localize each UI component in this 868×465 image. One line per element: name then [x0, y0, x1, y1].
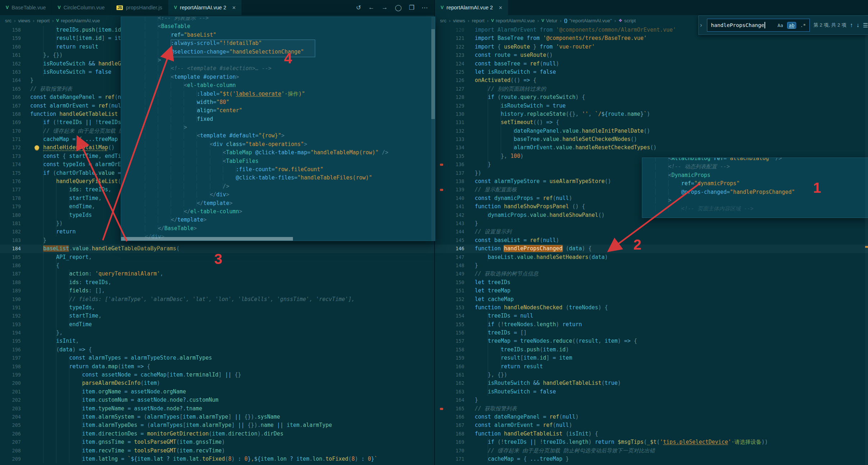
history-icon[interactable]: ↺ — [356, 4, 361, 12]
line-number[interactable]: 166 — [0, 93, 30, 101]
line-number[interactable]: 123 — [435, 51, 475, 59]
line-number[interactable]: 171 — [435, 455, 475, 463]
line-number[interactable]: 167 — [0, 102, 30, 110]
nav-back-icon[interactable]: ← — [368, 4, 375, 11]
scrollbar[interactable] — [865, 15, 868, 465]
breadcrumb-item-report[interactable]: report — [37, 18, 50, 23]
more-actions-icon[interactable]: ⋯ — [422, 4, 428, 12]
line-number[interactable]: 169 — [435, 438, 475, 446]
code-editor-right[interactable]: 120import AlarmOrEvent from '@components… — [435, 26, 868, 463]
line-number[interactable]: 124 — [435, 60, 475, 68]
line-number[interactable]: 132 — [435, 127, 475, 135]
regex-toggle[interactable]: .* — [799, 22, 807, 28]
line-number[interactable]: 127 — [435, 85, 475, 93]
line-number[interactable]: 174 — [0, 160, 30, 169]
line-number[interactable]: 184 — [0, 245, 30, 253]
breadcrumb-item-script[interactable]: ❖ script — [619, 18, 636, 23]
line-number[interactable]: 160 — [0, 43, 30, 51]
breadcrumb-item-report[interactable]: report — [472, 18, 484, 23]
line-number[interactable]: 167 — [435, 421, 475, 429]
gutter-marker[interactable] — [440, 189, 443, 191]
line-number[interactable]: 133 — [435, 135, 475, 143]
line-number[interactable]: 168 — [435, 430, 475, 438]
line-number[interactable]: 202 — [0, 396, 30, 404]
gutter-marker[interactable] — [440, 164, 443, 166]
line-number[interactable]: 165 — [0, 85, 30, 93]
line-number[interactable]: 186 — [0, 261, 30, 270]
line-number[interactable]: 208 — [0, 447, 30, 455]
line-number[interactable]: 130 — [435, 110, 475, 118]
tab-basetable-vue[interactable]: V BaseTable.vue — [0, 0, 52, 15]
line-number[interactable]: 126 — [435, 76, 475, 85]
line-number[interactable]: 170 — [0, 127, 30, 135]
line-number[interactable]: 131 — [435, 118, 475, 127]
next-match-icon[interactable]: ↓ — [856, 22, 859, 28]
line-number[interactable]: 158 — [435, 346, 475, 354]
line-number[interactable]: 166 — [435, 413, 475, 421]
line-number[interactable]: 168 — [0, 110, 30, 118]
breadcrumb-item-file[interactable]: V reportAlarmAI.vue — [56, 18, 100, 23]
line-number[interactable]: 196 — [0, 346, 30, 354]
line-number[interactable]: 180 — [0, 211, 30, 219]
run-icon[interactable]: ◯ — [395, 4, 402, 12]
overlay-vertical-scrollbar[interactable] — [431, 17, 435, 241]
line-number[interactable]: 169 — [0, 118, 30, 127]
breadcrumb-item-views[interactable]: views — [18, 18, 31, 23]
line-number[interactable]: 129 — [435, 102, 475, 110]
line-number[interactable]: 199 — [0, 371, 30, 379]
line-number[interactable]: 164 — [435, 396, 475, 404]
line-number[interactable]: 201 — [0, 388, 30, 396]
find-input[interactable]: handlePropsChange Aa ab .* — [707, 19, 810, 32]
close-icon[interactable]: ✕ — [232, 5, 236, 10]
line-number[interactable]: 148 — [435, 261, 475, 270]
line-number[interactable]: 171 — [0, 135, 30, 143]
tab-circlecolumn-vue[interactable]: V CircleColumn.vue — [52, 0, 111, 15]
line-number[interactable]: 193 — [0, 320, 30, 329]
line-number[interactable]: 145 — [435, 236, 475, 245]
toggle-replace-chevron-icon[interactable]: › — [699, 16, 703, 35]
line-number[interactable]: 160 — [435, 363, 475, 371]
line-number[interactable]: 135 — [435, 152, 475, 160]
line-number[interactable]: 188 — [0, 278, 30, 287]
line-number[interactable]: 185 — [0, 253, 30, 261]
line-number[interactable]: 158 — [0, 26, 30, 34]
split-editor-icon[interactable]: ❐ — [409, 4, 414, 12]
nav-forward-icon[interactable]: → — [382, 4, 388, 11]
line-number[interactable]: 189 — [0, 287, 30, 295]
line-number[interactable]: 159 — [435, 354, 475, 362]
line-number[interactable]: 144 — [435, 228, 475, 236]
line-number[interactable]: 155 — [435, 320, 475, 329]
line-number[interactable]: 143 — [435, 219, 475, 228]
line-number[interactable]: 156 — [435, 329, 475, 337]
line-number[interactable]: 209 — [0, 455, 30, 463]
line-number[interactable]: 153 — [435, 304, 475, 312]
breadcrumb-item-file[interactable]: V reportAlarmAI.vue — [491, 18, 535, 23]
line-number[interactable]: 194 — [0, 329, 30, 337]
line-number[interactable]: 161 — [0, 51, 30, 59]
line-number[interactable]: 198 — [0, 363, 30, 371]
find-in-selection-icon[interactable]: ☰ — [863, 22, 868, 29]
line-number[interactable]: 152 — [435, 295, 475, 304]
line-number[interactable]: 181 — [0, 219, 30, 228]
line-number[interactable]: 191 — [0, 304, 30, 312]
breadcrumb-item-vetur[interactable]: V Vetur — [542, 18, 557, 23]
line-number[interactable]: 192 — [0, 312, 30, 320]
line-number[interactable]: 161 — [435, 371, 475, 379]
line-number[interactable]: 195 — [0, 337, 30, 345]
line-number[interactable]: 206 — [0, 430, 30, 438]
breadcrumb-item-views[interactable]: views — [453, 18, 465, 23]
breadcrumb-item-src[interactable]: src — [5, 18, 12, 23]
line-number[interactable]: 162 — [0, 60, 30, 68]
line-number[interactable]: 151 — [435, 287, 475, 295]
line-number[interactable]: 205 — [0, 421, 30, 429]
line-number[interactable]: 147 — [435, 253, 475, 261]
tab-reportalarmai-vue-left[interactable]: V reportAlarmAI.vue 2 ✕ — [168, 0, 242, 15]
line-number[interactable]: 128 — [435, 93, 475, 101]
line-number[interactable]: 154 — [435, 312, 475, 320]
line-number[interactable]: 125 — [435, 68, 475, 76]
line-number[interactable]: 175 — [0, 169, 30, 177]
whole-word-toggle[interactable]: ab — [787, 22, 796, 28]
line-number[interactable]: 140 — [435, 194, 475, 202]
line-number[interactable]: 150 — [435, 278, 475, 287]
tab-reportalarmai-vue-right[interactable]: V reportAlarmAI.vue 2 ✕ — [435, 0, 509, 15]
